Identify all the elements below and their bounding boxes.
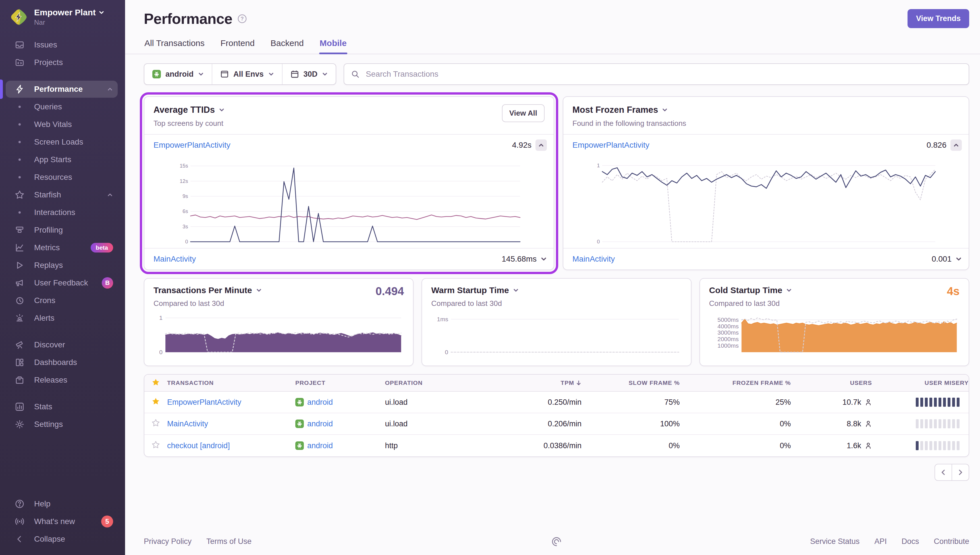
column-header-slow-frame[interactable]: SLOW FRAME % — [582, 380, 680, 386]
project-link[interactable]: android — [307, 441, 333, 450]
column-header-users[interactable]: USERS — [791, 380, 872, 386]
footer-link-service-status[interactable]: Service Status — [810, 537, 860, 546]
chevron-down-icon — [786, 287, 792, 293]
column-header-user-misery[interactable]: USER MISERY — [872, 380, 969, 386]
chevron-up-icon — [107, 86, 113, 92]
column-header-frozen-frame[interactable]: FROZEN FRAME % — [680, 380, 791, 386]
transaction-link[interactable]: MainActivity — [572, 255, 615, 263]
user-icon — [864, 420, 872, 427]
expand-row-button[interactable] — [956, 256, 962, 262]
star-toggle[interactable] — [151, 419, 160, 429]
help-icon[interactable]: ? — [237, 14, 247, 24]
star-toggle[interactable] — [151, 441, 160, 451]
sidebar-item-profiling[interactable]: Profiling — [6, 221, 118, 239]
frozen-frames-title-dropdown[interactable]: Most Frozen Frames — [572, 105, 959, 115]
sidebar-item-resources[interactable]: Resources — [6, 169, 118, 186]
sidebar-item-label: Queries — [34, 102, 62, 111]
sidebar-item-collapse[interactable]: Collapse — [6, 531, 118, 548]
svg-text:4000ms: 4000ms — [717, 323, 739, 329]
search-box — [344, 63, 969, 85]
view-all-button[interactable]: View All — [502, 104, 545, 122]
sidebar-item-crons[interactable]: Crons — [6, 292, 118, 309]
star-toggle[interactable] — [151, 397, 160, 407]
sidebar-item-queries[interactable]: Queries — [6, 98, 118, 115]
column-header-tpm[interactable]: TPM — [487, 380, 582, 386]
sidebar-item-interactions[interactable]: Interactions — [6, 204, 118, 221]
discover-icon — [15, 340, 24, 350]
widget-transaction-row: MainActivity 0.001 — [563, 248, 969, 269]
sidebar-item-metrics[interactable]: Metricsbeta — [6, 239, 118, 256]
transaction-link[interactable]: EmpowerPlantActivity — [153, 141, 230, 150]
widget-title: Most Frozen Frames — [572, 105, 658, 115]
transaction-link[interactable]: EmpowerPlantActivity — [167, 398, 241, 407]
sidebar-item-label: Help — [34, 499, 51, 508]
android-icon — [295, 441, 304, 450]
column-header-operation[interactable]: OPERATION — [385, 380, 488, 386]
chevron-down-icon — [322, 71, 328, 77]
sidebar-item-projects[interactable]: Projects — [6, 54, 118, 71]
page-filters: android All Envs 30D — [144, 63, 336, 85]
next-page-button[interactable] — [951, 464, 969, 481]
sentry-logo-icon[interactable] — [551, 536, 562, 547]
project-link[interactable]: android — [307, 398, 333, 407]
tpm-title-dropdown[interactable]: Transactions Per Minute — [153, 286, 404, 295]
cold-startup-title-dropdown[interactable]: Cold Startup Time — [709, 286, 959, 295]
users-cell: 10.7k — [842, 398, 861, 407]
sidebar-item-stats[interactable]: Stats — [6, 398, 118, 415]
sidebar-item-app-starts[interactable]: App Starts — [6, 151, 118, 168]
footer-link-terms-of-use[interactable]: Terms of Use — [206, 537, 252, 546]
search-input[interactable] — [365, 69, 962, 79]
warm-startup-title-dropdown[interactable]: Warm Startup Time — [431, 286, 681, 295]
sidebar-item-dashboards[interactable]: Dashboards — [6, 354, 118, 371]
users-cell: 8.8k — [847, 420, 861, 428]
sidebar-item-starfish[interactable]: Starfish — [6, 186, 118, 204]
sidebar-item-issues[interactable]: Issues — [6, 36, 118, 53]
column-header-project[interactable]: PROJECT — [295, 380, 385, 386]
org-switcher[interactable]: Empower Plant Nar — [0, 0, 125, 31]
sidebar-item-discover[interactable]: Discover — [6, 336, 118, 353]
sidebar-item-screen-loads[interactable]: Screen Loads — [6, 133, 118, 151]
page-header: Performance ? View Trends — [144, 9, 969, 28]
sidebar-item-alerts[interactable]: Alerts — [6, 310, 118, 327]
bullet-icon — [15, 141, 24, 143]
collapse-row-button[interactable] — [950, 140, 962, 151]
sidebar-item-web-vitals[interactable]: Web Vitals — [6, 116, 118, 133]
date-range-filter[interactable]: 30D — [282, 64, 336, 84]
footer-link-contribute[interactable]: Contribute — [934, 537, 969, 546]
sidebar-item-replays[interactable]: Replays — [6, 257, 118, 274]
collapse-row-button[interactable] — [535, 140, 547, 151]
android-icon — [295, 398, 304, 406]
tab-frontend[interactable]: Frontend — [220, 36, 255, 54]
sidebar-item-user-feedback[interactable]: User FeedbackB — [6, 274, 118, 292]
slow-frame-cell: 100% — [582, 420, 680, 428]
project-filter[interactable]: android — [145, 64, 212, 84]
operation-cell: http — [385, 441, 488, 450]
column-header-transaction[interactable]: TRANSACTION — [167, 380, 295, 386]
transaction-link[interactable]: MainActivity — [167, 420, 208, 428]
project-link[interactable]: android — [307, 420, 333, 428]
footer-link-docs[interactable]: Docs — [901, 537, 919, 546]
footer-link-privacy-policy[interactable]: Privacy Policy — [144, 537, 191, 546]
previous-page-button[interactable] — [935, 464, 952, 481]
sidebar-item-performance[interactable]: Performance — [6, 81, 118, 98]
avg-ttids-title-dropdown[interactable]: Average TTIDs — [153, 105, 545, 115]
expand-row-button[interactable] — [541, 256, 547, 262]
transaction-link[interactable]: MainActivity — [153, 255, 196, 263]
view-trends-button[interactable]: View Trends — [908, 9, 969, 28]
footer-link-api[interactable]: API — [874, 537, 887, 546]
sidebar-item-releases[interactable]: Releases — [6, 372, 118, 388]
sidebar-item-settings[interactable]: Settings — [6, 416, 118, 433]
svg-text:9s: 9s — [183, 193, 188, 199]
filter-bar: android All Envs 30D — [144, 63, 969, 85]
transaction-link[interactable]: checkout [android] — [167, 441, 230, 450]
tab-all-transactions[interactable]: All Transactions — [144, 36, 205, 54]
environment-filter[interactable]: All Envs — [212, 64, 282, 84]
cold-startup-value: 4s — [947, 285, 959, 298]
avg-ttids-chart: 03s6s9s12s15s — [147, 158, 549, 246]
table-row: checkout [android]androidhttp0.0386/min0… — [145, 435, 969, 456]
sidebar-item-help[interactable]: Help — [6, 496, 118, 512]
tab-mobile[interactable]: Mobile — [319, 36, 347, 54]
transaction-link[interactable]: EmpowerPlantActivity — [572, 141, 649, 150]
sidebar-item-what-s-new[interactable]: What's new5 — [6, 513, 118, 530]
tab-backend[interactable]: Backend — [270, 36, 304, 54]
